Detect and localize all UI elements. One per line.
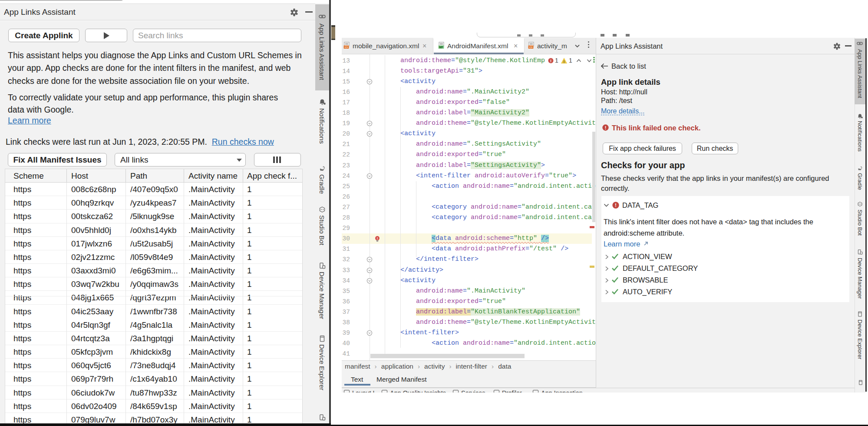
svg-text:MF: MF	[439, 46, 443, 49]
svg-text:!: !	[550, 59, 551, 63]
svg-text:!: !	[615, 202, 617, 208]
svg-text:<>: <>	[345, 46, 348, 49]
svg-text:<>: <>	[529, 46, 533, 49]
svg-text:!: !	[564, 60, 565, 64]
svg-text:!: !	[605, 125, 607, 130]
